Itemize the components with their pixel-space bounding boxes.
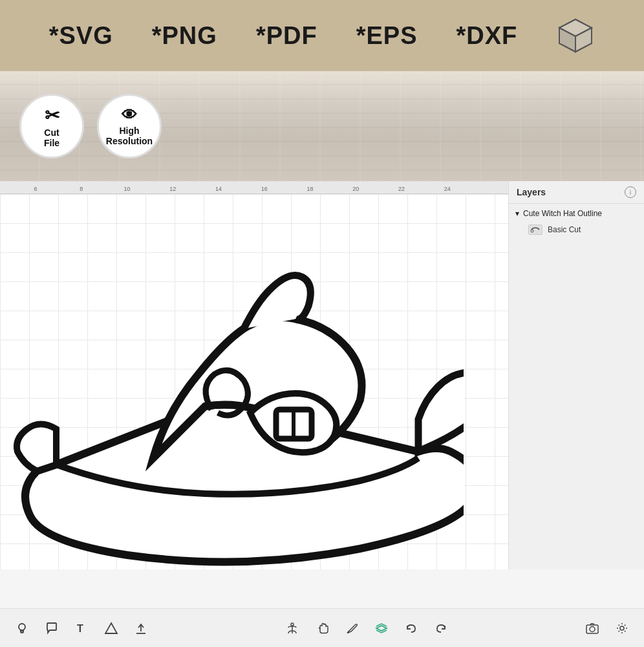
ruler-mark-16: 16: [261, 186, 268, 192]
toolbar-right: [583, 619, 631, 637]
layer-group-name: Cute Witch Hat Outline: [523, 209, 602, 218]
pen-tool-icon[interactable]: [343, 619, 361, 637]
svg-point-20: [620, 626, 624, 630]
format-dxf: *DXF: [456, 22, 518, 50]
anchor-icon[interactable]: [283, 619, 301, 637]
svg-marker-11: [105, 623, 117, 633]
ruler-mark-6: 6: [34, 186, 38, 192]
layer-group-arrow: ▾: [515, 209, 519, 218]
ruler-mark-14: 14: [215, 186, 222, 192]
ruler-mark-22: 22: [398, 186, 405, 192]
lightbulb-icon[interactable]: [13, 619, 31, 637]
layers-info-button[interactable]: i: [625, 186, 636, 198]
svg-point-7: [531, 230, 533, 232]
speech-bubble-icon[interactable]: [43, 619, 61, 637]
eye-icon: 👁: [122, 106, 137, 124]
drawing-canvas[interactable]: [0, 194, 508, 569]
ruler-mark-10: 10: [123, 186, 130, 192]
toolbar-left: T: [13, 619, 150, 637]
layer-item-label: Basic Cut: [548, 225, 581, 234]
layer-group: ▾ Cute Witch Hat Outline Basic Cut: [509, 204, 644, 243]
ruler-mark-24: 24: [444, 186, 451, 192]
box-3d-icon: [556, 16, 595, 55]
svg-text:T: T: [77, 623, 83, 634]
ruler-mark-12: 12: [169, 186, 176, 192]
format-png: *PNG: [152, 22, 217, 50]
ruler-top: 6 8 10 12 14 16 18 20 22 24: [0, 181, 508, 194]
bottom-toolbar: T: [0, 608, 644, 647]
scissors-icon: ✂: [45, 105, 59, 126]
format-eps: *EPS: [356, 22, 418, 50]
high-resolution-label: HighResolution: [106, 126, 153, 146]
settings-icon[interactable]: [613, 619, 631, 637]
ruler-mark-18: 18: [306, 186, 313, 192]
camera-icon[interactable]: [583, 619, 601, 637]
layers-title: Layers: [517, 187, 546, 197]
layer-group-header[interactable]: ▾ Cute Witch Hat Outline: [515, 209, 638, 218]
layer-item-basic-cut[interactable]: Basic Cut: [515, 222, 638, 237]
canvas-area: 6 8 10 12 14 16 18 20 22 24: [0, 181, 644, 608]
wood-strip: ✂ CutFile 👁 HighResolution: [0, 71, 644, 181]
layer-thumb-icon: [528, 225, 542, 235]
witch-hat-drawing: [0, 219, 464, 569]
svg-point-8: [19, 624, 25, 630]
layers-panel: Layers i ▾ Cute Witch Hat Outline Basic …: [508, 181, 644, 569]
ruler-mark-8: 8: [80, 186, 83, 192]
undo-icon[interactable]: [402, 619, 420, 637]
cut-file-badge: ✂ CutFile: [19, 94, 84, 159]
redo-icon[interactable]: [432, 619, 450, 637]
layers-panel-header: Layers i: [509, 181, 644, 204]
hand-tool-icon[interactable]: [313, 619, 331, 637]
svg-point-19: [590, 626, 595, 631]
shape-tool-icon[interactable]: [102, 619, 120, 637]
cut-file-label: CutFile: [44, 127, 59, 148]
format-svg: *SVG: [49, 22, 113, 50]
svg-point-14: [291, 623, 294, 626]
high-resolution-badge: 👁 HighResolution: [97, 94, 162, 159]
top-banner: *SVG *PNG *PDF *EPS *DXF: [0, 0, 644, 71]
ruler-mark-20: 20: [352, 186, 359, 192]
text-tool-icon[interactable]: T: [72, 619, 91, 637]
toolbar-center: [283, 619, 450, 637]
layers-icon[interactable]: [372, 619, 391, 637]
upload-icon[interactable]: [132, 619, 150, 637]
format-pdf: *PDF: [256, 22, 317, 50]
